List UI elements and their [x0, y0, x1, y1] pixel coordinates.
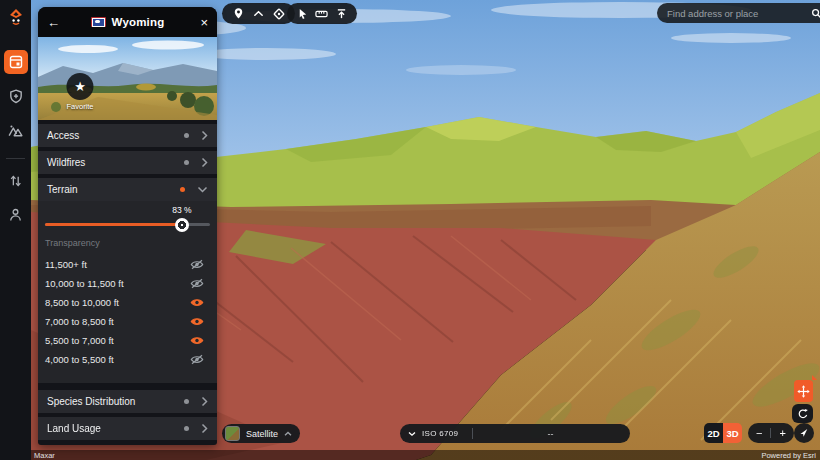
- compass-needle-icon: [798, 427, 810, 439]
- visibility-eye-icon[interactable]: [190, 259, 204, 270]
- search-icon[interactable]: [811, 8, 820, 19]
- map-icon: [9, 55, 23, 69]
- esri-attribution[interactable]: Powered by Esri: [761, 451, 816, 460]
- slider-thumb[interactable]: [175, 218, 189, 232]
- favorite-button[interactable]: ★ Favorite: [66, 73, 93, 111]
- shield-icon: [9, 89, 23, 104]
- divider: [472, 428, 473, 439]
- elevation-band-row[interactable]: 5,500 to 7,000 ft: [38, 331, 217, 350]
- coordinates-bar[interactable]: ISO 6709 --: [400, 424, 630, 443]
- app-rail: [0, 0, 31, 460]
- rail-terrain-button[interactable]: [4, 118, 28, 142]
- toolbar-group-waypoints: [222, 3, 295, 24]
- favorite-label: Favorite: [66, 102, 93, 111]
- visibility-eye-icon[interactable]: [190, 278, 204, 289]
- band-label: 8,500 to 10,000 ft: [45, 297, 119, 308]
- measure-icon[interactable]: [314, 6, 330, 22]
- section-label: Terrain: [47, 184, 180, 195]
- transparency-label: Transparency: [45, 238, 100, 248]
- transparency-slider: 83 %: [45, 201, 210, 237]
- chevron-right-icon: [201, 157, 208, 168]
- rail-basemap-button[interactable]: [4, 84, 28, 108]
- mode-2d-button[interactable]: 2D: [704, 423, 723, 443]
- rail-profile-button[interactable]: [4, 203, 28, 227]
- zoom-out-button[interactable]: −: [752, 427, 766, 439]
- section-land-usage[interactable]: Land Usage: [38, 417, 217, 440]
- close-icon[interactable]: ×: [192, 15, 208, 30]
- chevron-right-icon: [201, 396, 208, 407]
- coordinate-format: ISO 6709: [422, 429, 458, 438]
- dimension-toggle: 2D 3D: [704, 423, 742, 443]
- rail-sort-button[interactable]: [4, 169, 28, 193]
- move-arrows-icon: [797, 385, 810, 398]
- slider-value: 83 %: [172, 205, 191, 215]
- basemap-label: Satellite: [246, 429, 278, 439]
- status-dot: [184, 426, 189, 431]
- chevron-down-icon: [197, 186, 208, 193]
- onx-logo: [5, 6, 27, 28]
- elevation-band-row[interactable]: 8,500 to 10,000 ft: [38, 293, 217, 312]
- visibility-eye-icon[interactable]: [190, 297, 204, 308]
- status-dot-active: [180, 187, 185, 192]
- panel-title: Wyoming: [112, 16, 165, 28]
- section-wildfires[interactable]: Wildfires: [38, 151, 217, 174]
- section-label: Access: [47, 130, 184, 141]
- visibility-eye-icon[interactable]: [190, 354, 204, 365]
- band-label: 10,000 to 11,500 ft: [45, 278, 124, 289]
- rail-divider: [6, 158, 25, 159]
- back-button[interactable]: ←: [47, 15, 63, 30]
- compass-button[interactable]: [794, 423, 814, 443]
- elevation-band-row[interactable]: 7,000 to 8,500 ft: [38, 312, 217, 331]
- map-attribution: Maxar Powered by Esri: [31, 450, 820, 460]
- visibility-eye-icon[interactable]: [190, 335, 204, 346]
- elevation-band-row[interactable]: 10,000 to 11,500 ft: [38, 274, 217, 293]
- rotate-icon: [797, 408, 809, 420]
- star-icon: ★: [74, 79, 86, 94]
- reset-rotation-button[interactable]: [792, 404, 813, 423]
- waypoint-diamond-icon[interactable]: [271, 6, 287, 22]
- state-layers-panel: ← Wyoming × ★ Favorite: [38, 7, 217, 445]
- pan-control-button[interactable]: [794, 380, 813, 402]
- section-terrain[interactable]: Terrain: [38, 178, 217, 201]
- band-label: 5,500 to 7,000 ft: [45, 335, 114, 346]
- section-species-distribution[interactable]: Species Distribution: [38, 390, 217, 413]
- band-label: 7,000 to 8,500 ft: [45, 316, 114, 327]
- divider: [770, 428, 771, 438]
- search-bar: [657, 3, 820, 23]
- slider-track[interactable]: [45, 223, 210, 226]
- rail-map-button[interactable]: [4, 50, 28, 74]
- status-dot: [184, 160, 189, 165]
- zoom-control: − +: [748, 423, 794, 443]
- toolbar-group-tools: [287, 3, 357, 24]
- section-access[interactable]: Access: [38, 124, 217, 147]
- terrain-expanded-content: 83 % Transparency 11,500+ ft 10,000 to 1…: [38, 201, 217, 383]
- status-dot: [184, 399, 189, 404]
- visibility-eye-icon[interactable]: [190, 316, 204, 327]
- zoom-in-button[interactable]: +: [776, 427, 790, 439]
- chevron-up-icon: [284, 431, 292, 437]
- chevron-right-icon: [201, 130, 208, 141]
- location-pin-icon[interactable]: [230, 6, 246, 22]
- chevron-down-icon[interactable]: [408, 431, 416, 437]
- section-label: Land Usage: [47, 423, 184, 434]
- band-label: 11,500+ ft: [45, 259, 87, 270]
- person-icon: [9, 208, 22, 222]
- basemap-picker[interactable]: Satellite: [222, 424, 300, 443]
- mountains-icon: [8, 124, 23, 137]
- coordinate-value: --: [479, 429, 622, 439]
- basemap-thumbnail: [225, 426, 240, 441]
- mode-3d-button[interactable]: 3D: [723, 423, 742, 443]
- elevation-band-row[interactable]: 4,000 to 5,500 ft: [38, 350, 217, 369]
- cursor-icon[interactable]: [295, 6, 311, 22]
- chevron-up-tool-icon[interactable]: [250, 6, 266, 22]
- panel-header: ← Wyoming ×: [38, 7, 217, 37]
- imagery-attribution: Maxar: [34, 451, 55, 460]
- sort-arrows-icon: [9, 174, 22, 188]
- search-input[interactable]: [665, 7, 811, 20]
- snap-to-top-icon[interactable]: [333, 6, 349, 22]
- slider-fill: [45, 223, 182, 226]
- status-dot: [184, 133, 189, 138]
- section-label: Wildfires: [47, 157, 184, 168]
- chevron-right-icon: [201, 423, 208, 434]
- elevation-band-row[interactable]: 11,500+ ft: [38, 255, 217, 274]
